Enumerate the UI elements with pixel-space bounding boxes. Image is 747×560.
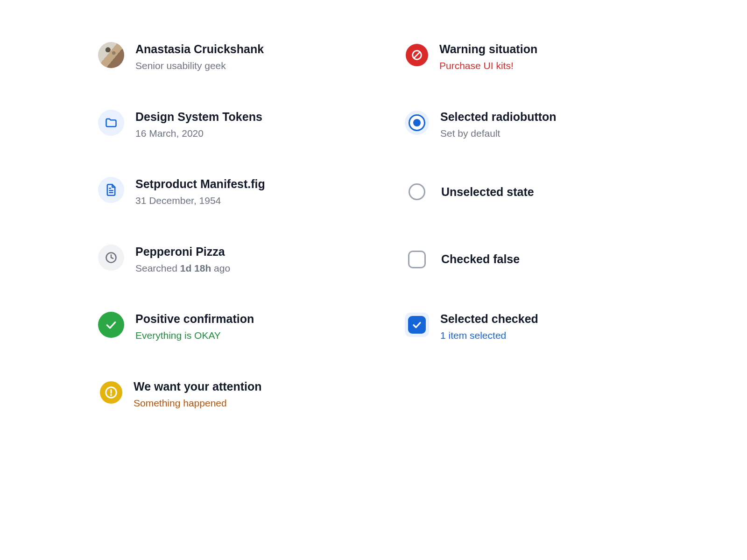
list-item-radio-selected[interactable]: Selected radiobutton Set by default [404, 110, 649, 140]
user-name: Anastasia Cruickshank [135, 42, 264, 56]
text-block: We want your attention Something happene… [134, 379, 262, 410]
text-block: Design System Tokens 16 March, 2020 [135, 110, 262, 140]
text-block: Selected radiobutton Set by default [440, 110, 557, 140]
text-block: Setproduct Manifest.fig 31 December, 195… [135, 177, 265, 207]
check-icon [98, 312, 124, 338]
radio-unselected-title: Unselected state [441, 185, 534, 199]
text-block: Warning situation Purchase UI kits! [439, 42, 537, 72]
checkbox-false-title: Checked false [441, 252, 520, 266]
avatar [98, 42, 124, 68]
radio-selected-title: Selected radiobutton [440, 110, 557, 124]
radio-selected-holder [405, 111, 429, 135]
list-item-attention[interactable]: We want your attention Something happene… [98, 379, 343, 410]
warning-title: Warning situation [439, 42, 537, 56]
checkbox-true-title: Selected checked [440, 312, 538, 326]
list-item-positive[interactable]: Positive confirmation Everything is OKAY [98, 312, 343, 342]
positive-title: Positive confirmation [135, 312, 254, 326]
warning-sub: Purchase UI kits! [439, 59, 537, 72]
text-block: Positive confirmation Everything is OKAY [135, 312, 254, 342]
search-sub-suffix: ago [211, 263, 230, 273]
positive-sub: Everything is OKAY [135, 329, 254, 342]
file-date: 31 December, 1954 [135, 194, 265, 207]
search-sub: Searched 1d 18h ago [135, 262, 230, 274]
list-item-radio-unselected[interactable]: Unselected state [404, 177, 649, 207]
radio-dot [413, 119, 421, 126]
checkbox-true-holder [405, 313, 429, 337]
list-item-warning[interactable]: Warning situation Purchase UI kits! [404, 42, 649, 72]
list-item-file[interactable]: Setproduct Manifest.fig 31 December, 195… [98, 177, 343, 207]
search-sub-prefix: Searched [135, 263, 180, 273]
alert-icon [100, 381, 122, 404]
folder-date: 16 March, 2020 [135, 127, 262, 140]
list-item-checkbox-true[interactable]: Selected checked 1 item selected [404, 312, 649, 342]
folder-icon [98, 110, 124, 136]
search-title: Pepperoni Pizza [135, 245, 230, 259]
svg-line-8 [414, 52, 420, 58]
list-item-user[interactable]: Anastasia Cruickshank Senior usability g… [98, 42, 343, 72]
folder-title: Design System Tokens [135, 110, 262, 124]
checkbox-true-icon[interactable] [408, 316, 426, 334]
list-item-search[interactable]: Pepperoni Pizza Searched 1d 18h ago [98, 245, 343, 275]
search-sub-bold: 1d 18h [180, 263, 211, 273]
radio-selected-sub: Set by default [440, 127, 557, 140]
radio-unselected-holder [404, 182, 430, 201]
block-icon [406, 44, 428, 66]
file-title: Setproduct Manifest.fig [135, 177, 265, 191]
clock-icon [98, 245, 124, 271]
checkbox-true-sub: 1 item selected [440, 329, 538, 342]
checkbox-false-holder [404, 250, 430, 269]
text-block: Selected checked 1 item selected [440, 312, 538, 342]
file-icon [98, 177, 124, 203]
list-item-checkbox-false[interactable]: Checked false [404, 245, 649, 275]
text-block: Anastasia Cruickshank Senior usability g… [135, 42, 264, 72]
radio-selected-icon[interactable] [409, 114, 425, 131]
user-role: Senior usability geek [135, 59, 264, 72]
checkbox-false-icon[interactable] [408, 251, 426, 268]
attention-sub: Something happened [134, 397, 262, 409]
list-item-folder[interactable]: Design System Tokens 16 March, 2020 [98, 110, 343, 140]
radio-unselected-icon[interactable] [409, 183, 425, 200]
svg-point-6 [111, 395, 111, 395]
text-block: Pepperoni Pizza Searched 1d 18h ago [135, 245, 230, 275]
attention-title: We want your attention [134, 379, 262, 394]
